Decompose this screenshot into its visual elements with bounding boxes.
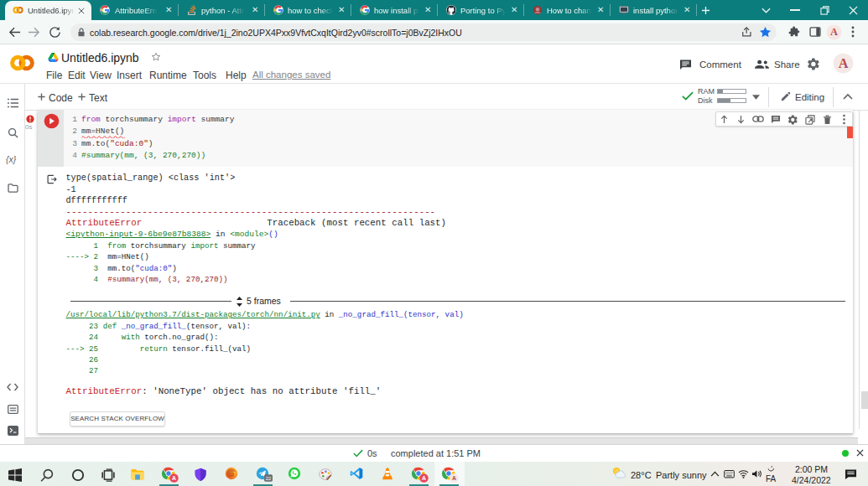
svg-text:A: A — [452, 475, 456, 481]
svg-text:A: A — [839, 56, 849, 71]
svg-text:A: A — [830, 26, 838, 38]
svg-text:A: A — [172, 475, 176, 481]
svg-text:22: 22 — [266, 476, 271, 481]
svg-text:A: A — [422, 475, 426, 481]
